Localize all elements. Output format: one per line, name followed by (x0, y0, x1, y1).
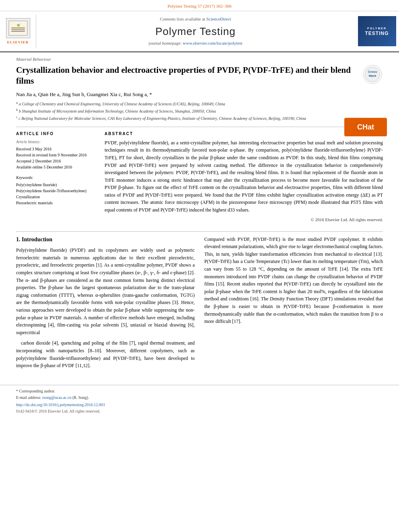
affiliations-block: a a College of Chemistry and Chemical En… (16, 101, 383, 122)
page: Polymer Testing 57 (2017) 302–306 🌿 ELSE… (0, 0, 399, 418)
keyword-3: Crystallization (16, 194, 97, 200)
keywords-label: Keywords: (16, 175, 97, 181)
body-left-col: 1. Introduction Poly(vinylidene fluoride… (16, 236, 195, 373)
journal-citation-bar: Polymer Testing 57 (2017) 302–306 (0, 0, 399, 11)
abstract-heading: ABSTRACT (105, 131, 383, 137)
svg-rect-4 (11, 31, 25, 32)
body-text-left: Poly(vinylidene fluoride) (PVDF) and its… (16, 246, 195, 370)
journal-citation: Polymer Testing 57 (2017) 302–306 (167, 4, 231, 8)
doi-link[interactable]: http://dx.doi.org/10.1016/j.polymertesti… (16, 402, 383, 408)
affiliation-a: a a College of Chemistry and Chemical En… (16, 101, 383, 107)
available-date: Available online 5 December 2016 (16, 164, 97, 170)
accepted-date: Accepted 2 December 2016 (16, 158, 97, 164)
divider-1 (16, 127, 383, 127)
abstract-col: ABSTRACT PVDF, poly(vinylidene fluoride)… (105, 131, 383, 223)
intro-heading: 1. Introduction (16, 236, 195, 244)
corresponding-author-note: * Corresponding author. (16, 388, 383, 394)
article-info-col: ARTICLE INFO Article history: Received 3… (16, 131, 97, 223)
chat-button[interactable]: CHat (344, 118, 387, 136)
received-date: Received 3 May 2016 (16, 146, 97, 152)
body-two-col: 1. Introduction Poly(vinylidene fluoride… (16, 236, 383, 373)
crossmark-image: Cross Mark (363, 65, 382, 84)
svg-text:Mark: Mark (369, 74, 376, 78)
journal-name: Polymer Testing (155, 24, 236, 39)
journal-header: 🌿 ELSEVIER Contents lists available at S… (0, 11, 399, 52)
footer-copyright: 0142-9418/© 2016 Elsevier Ltd. All right… (16, 409, 383, 414)
keywords-section: Keywords: Poly(vinylidene fluoride) Poly… (16, 175, 97, 206)
svg-rect-3 (11, 29, 25, 30)
article-info-abstract: ARTICLE INFO Article history: Received 3… (16, 131, 383, 223)
body-content: 1. Introduction Poly(vinylidene fluoride… (0, 232, 399, 381)
history-label: Article history: (16, 139, 97, 145)
revised-date: Received in revised form 9 November 2016 (16, 152, 97, 158)
elsevier-logo-image: 🌿 (6, 18, 30, 38)
journal-title-area: Contents lists available at ScienceDirec… (36, 14, 355, 48)
homepage-link[interactable]: www.elsevier.com/locate/polytest (183, 41, 242, 45)
email-note: E-mail address: rsong@ucas.ac.cn (R. Son… (16, 395, 383, 401)
journal-logo-area: POLYMER TESTING (355, 14, 399, 48)
footer-area: * Corresponding author. E-mail address: … (0, 385, 399, 418)
abstract-text: PVDF, poly(vinylidene fluoride), as a se… (105, 139, 383, 223)
body-text-right: Compared with PVDF, P(VDF-TrFE) is the m… (204, 236, 383, 325)
article-title: Crystallization behavior and electroacti… (16, 65, 383, 87)
affiliation-c: c c Beijing National Laboratory for Mole… (16, 115, 383, 121)
email-link[interactable]: rsong@ucas.ac.cn (42, 395, 72, 400)
logo-top-text: POLYMER (367, 27, 387, 31)
keyword-1: Poly(vinylidene fluoride) (16, 182, 97, 188)
svg-rect-2 (11, 27, 25, 29)
elsevier-text: ELSEVIER (7, 40, 29, 45)
svg-text:🌿: 🌿 (16, 24, 20, 27)
article-header-section: Material Behaviour Crystallization behav… (0, 52, 399, 231)
elsevier-logo: 🌿 ELSEVIER (6, 18, 30, 45)
affiliation-b: b b Shanghai Institute of Microsystem an… (16, 108, 383, 114)
logo-main-text: TESTING (365, 31, 389, 36)
sciencedirect-link[interactable]: ScienceDirect (206, 16, 231, 21)
section-tag: Material Behaviour (16, 56, 383, 62)
svg-text:Cross: Cross (368, 70, 377, 74)
authors-line: Nan Jia a, Qian He a, Jing Sun b, Guangm… (16, 91, 383, 98)
elsevier-logo-area: 🌿 ELSEVIER (0, 14, 36, 48)
sciencedirect-line: Contents lists available at ScienceDirec… (160, 16, 231, 22)
crossmark-badge: Cross Mark (363, 65, 383, 85)
body-right-col: Compared with PVDF, P(VDF-TrFE) is the m… (204, 236, 383, 373)
article-info-heading: ARTICLE INFO (16, 131, 97, 137)
copyright-line: © 2016 Elsevier Ltd. All rights reserved… (105, 216, 383, 223)
homepage-line: journal homepage: www.elsevier.com/locat… (148, 40, 242, 46)
journal-logo: POLYMER TESTING (358, 16, 396, 46)
keyword-4: Piezoelectric materials (16, 200, 97, 206)
keyword-2: Poly(vinylidene fluoride-Trifluoroethyle… (16, 188, 97, 194)
